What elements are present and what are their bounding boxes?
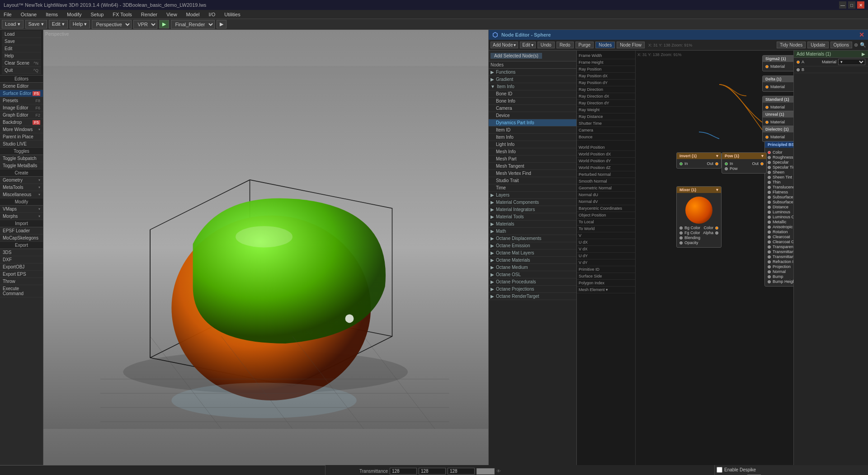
- menu-octane[interactable]: Octane: [19, 12, 38, 17]
- sidebar-btn-parent-in-place[interactable]: Parent in Place: [0, 133, 43, 141]
- sidebar-btn-load[interactable]: Load: [2, 31, 41, 38]
- close-button[interactable]: ✕: [857, 1, 864, 9]
- menu-render[interactable]: Render: [139, 12, 159, 17]
- node-item-light-info[interactable]: Light Info: [489, 141, 576, 148]
- transmittance-g-input[interactable]: [419, 468, 446, 475]
- node-editor-close-button[interactable]: ✕: [859, 31, 864, 38]
- node-group-material-components[interactable]: ▶ Material Components: [489, 199, 576, 206]
- am-select-a[interactable]: ▾: [838, 59, 865, 65]
- sidebar-btn-vmaps[interactable]: VMaps ▾: [0, 206, 43, 213]
- node-item-studio-trait[interactable]: Studio Trait: [489, 177, 576, 184]
- node-group-octane-rendertarget[interactable]: ▶ Octane RenderTarget: [489, 293, 576, 300]
- sidebar-btn-throw[interactable]: Throw: [0, 278, 43, 285]
- sidebar-btn-clearscene[interactable]: Clear Scene ^N: [2, 60, 41, 67]
- node-item-mesh-part[interactable]: Mesh Part: [489, 155, 576, 163]
- node-mixer[interactable]: Mixer (1) ▾ Bg Color Color: [676, 186, 722, 248]
- sidebar-btn-exportobj[interactable]: ExportOBJ: [0, 263, 43, 271]
- node-group-octane-disp[interactable]: ▶ Octane Displacements: [489, 235, 576, 242]
- node-group-octane-emission[interactable]: ▶ Octane Emission: [489, 242, 576, 249]
- view-select[interactable]: Perspective: [92, 20, 132, 29]
- sidebar-btn-help[interactable]: Help: [2, 52, 41, 60]
- node-group-item-info[interactable]: ▼ Item Info: [489, 83, 576, 90]
- node-group-octane-materials[interactable]: ▶ Octane Materials: [489, 257, 576, 264]
- menu-setup[interactable]: Setup: [89, 12, 106, 17]
- sidebar-btn-toggle-subpatch[interactable]: Toggle Subpatch: [0, 155, 43, 162]
- tidy-nodes-button[interactable]: Tidy Nodes: [777, 42, 806, 48]
- node-group-octane-projections[interactable]: ▶ Octane Projections: [489, 286, 576, 293]
- sidebar-btn-more-windows[interactable]: More Windows ▾: [0, 126, 43, 133]
- node-group-octane-mat-layers[interactable]: ▶ Octane Mat Layers: [489, 249, 576, 257]
- node-group-materials[interactable]: ▶ Materials: [489, 221, 576, 228]
- sidebar-btn-dxf[interactable]: DXF: [0, 256, 43, 263]
- node-pow[interactable]: Pow (1) ▾ In Out Pow: [722, 152, 767, 174]
- transmittance-r-input[interactable]: [390, 468, 417, 475]
- eye-icon[interactable]: 👁: [496, 469, 501, 474]
- undo-button[interactable]: Undo: [538, 42, 555, 48]
- menu-file[interactable]: File: [2, 12, 14, 17]
- sidebar-btn-metatools[interactable]: MetaTools ▾: [0, 184, 43, 191]
- sidebar-btn-presets[interactable]: Presets F8: [0, 97, 43, 104]
- node-group-material-tools[interactable]: ▶ Material Tools: [489, 213, 576, 221]
- options-button[interactable]: Options: [830, 42, 852, 48]
- node-item-bone-id[interactable]: Bone ID: [489, 90, 576, 98]
- sidebar-btn-scene-editor[interactable]: Scene Editor: [0, 83, 43, 90]
- menu-io[interactable]: I/O: [207, 12, 217, 17]
- render-btn[interactable]: ▶: [217, 20, 226, 28]
- node-group-gradient[interactable]: ▶ Gradient: [489, 76, 576, 83]
- menu-model[interactable]: Model: [184, 12, 202, 17]
- render-select[interactable]: Final_Render: [171, 20, 215, 29]
- sidebar-btn-mocap[interactable]: MoCapSkelegons: [0, 235, 43, 242]
- node-item-time[interactable]: Time: [489, 184, 576, 192]
- menu-view[interactable]: View: [165, 12, 179, 17]
- purge-button[interactable]: Purge: [576, 42, 594, 48]
- viewport-3d[interactable]: Perspective: [43, 30, 488, 465]
- transmittance-swatch[interactable]: [476, 468, 495, 475]
- sidebar-btn-miscellaneous[interactable]: Miscellaneous ▾: [0, 191, 43, 198]
- transmittance-b-input[interactable]: [448, 468, 475, 475]
- sidebar-btn-3ds[interactable]: 3DS: [0, 249, 43, 256]
- sidebar-btn-surface-editor[interactable]: Surface Editor F5: [0, 90, 43, 97]
- node-group-octane-medium[interactable]: ▶ Octane Medium: [489, 264, 576, 271]
- sidebar-btn-execute-command[interactable]: Execute Command: [0, 285, 43, 297]
- sidebar-btn-epsf[interactable]: EPSF Loader: [0, 227, 43, 235]
- help-button[interactable]: Help ▾: [70, 20, 90, 28]
- node-item-item-id[interactable]: Item ID: [489, 127, 576, 134]
- menu-items[interactable]: Items: [44, 12, 60, 17]
- node-group-material-integrators[interactable]: ▶ Material Integrators: [489, 206, 576, 213]
- minimize-button[interactable]: —: [839, 1, 846, 9]
- node-item-item-info[interactable]: Item Info: [489, 134, 576, 141]
- redo-button[interactable]: Redo: [557, 42, 574, 48]
- sidebar-btn-toggle-metaballs[interactable]: Toggle MetaBalls: [0, 162, 43, 169]
- node-item-bone-info[interactable]: Bone Info: [489, 98, 576, 105]
- zoom-icon[interactable]: ⊕: [854, 42, 858, 48]
- enable-despike-checkbox[interactable]: [717, 467, 722, 473]
- menu-modify[interactable]: Modify: [65, 12, 83, 17]
- edit-dropdown[interactable]: Edit ▾: [520, 42, 535, 48]
- search-icon[interactable]: 🔍: [860, 42, 866, 48]
- load-button[interactable]: Load ▾: [2, 20, 24, 28]
- node-item-camera[interactable]: Camera: [489, 105, 576, 112]
- node-group-math[interactable]: ▶ Math: [489, 228, 576, 235]
- node-group-functions[interactable]: ▶ Functions: [489, 69, 576, 76]
- sidebar-btn-quit[interactable]: Quit ^Q: [2, 67, 41, 74]
- sidebar-btn-edit[interactable]: Edit: [2, 45, 41, 52]
- sidebar-btn-studio-live[interactable]: Studio LIVE: [0, 141, 43, 148]
- maximize-button[interactable]: □: [848, 1, 855, 9]
- add-selected-node-button[interactable]: Add Selected Node(s): [491, 53, 542, 59]
- node-group-layers[interactable]: ▶ Layers: [489, 192, 576, 199]
- node-group-octane-osl[interactable]: ▶ Octane OSL: [489, 271, 576, 278]
- node-item-mesh-tangent[interactable]: Mesh Tangent: [489, 163, 576, 170]
- sidebar-btn-exporteps[interactable]: Export EPS: [0, 271, 43, 278]
- sidebar-btn-graph-editor[interactable]: Graph Editor F2: [0, 112, 43, 119]
- sidebar-btn-save[interactable]: Save: [2, 38, 41, 45]
- save-button[interactable]: Save ▾: [25, 20, 47, 28]
- node-invert[interactable]: Invert (1) ▾ In Out: [676, 152, 722, 169]
- sidebar-btn-morphs[interactable]: Morphs ▾: [0, 213, 43, 220]
- node-flow-tab[interactable]: Node Flow: [617, 42, 645, 48]
- edit-button[interactable]: Edit ▾: [49, 20, 68, 28]
- vpr-select[interactable]: VPR: [133, 20, 157, 29]
- node-item-device[interactable]: Device: [489, 112, 576, 119]
- sidebar-btn-image-editor[interactable]: Image Editor F6: [0, 104, 43, 112]
- nodes-tab[interactable]: Nodes: [595, 42, 615, 48]
- menu-fxtools[interactable]: FX Tools: [111, 12, 134, 17]
